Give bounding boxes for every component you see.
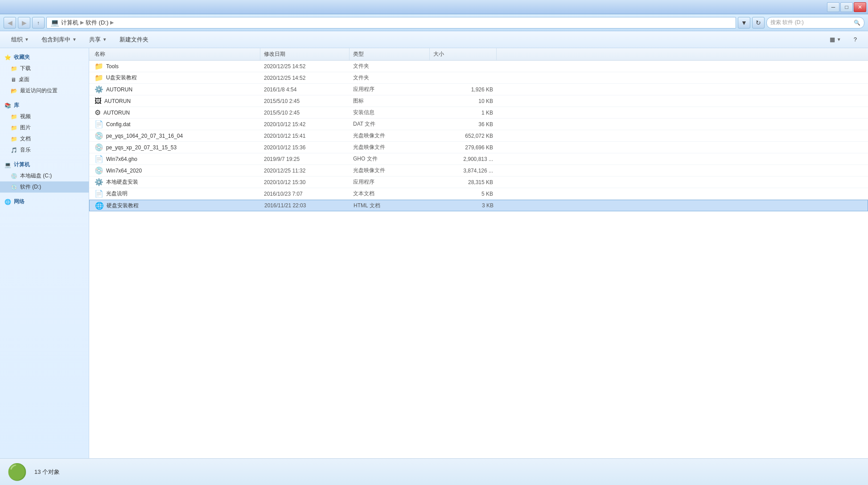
maximize-button[interactable]: □ xyxy=(840,2,853,12)
table-row[interactable]: 📄 光盘说明 2016/10/23 7:07 文本文档 5 KB xyxy=(89,188,868,200)
col-header-name[interactable]: 名称 xyxy=(91,48,260,60)
sidebar-item-music[interactable]: 🎵 音乐 xyxy=(0,144,89,156)
sidebar-header-computer[interactable]: 💻 计算机 xyxy=(0,159,89,170)
file-name: Config.dat xyxy=(106,121,131,127)
video-label: 视频 xyxy=(20,113,31,120)
sidebar-section-network: 🌐 网络 xyxy=(0,196,89,207)
sidebar-header-network[interactable]: 🌐 网络 xyxy=(0,196,89,207)
table-row[interactable]: 🌐 硬盘安装教程 2016/11/21 22:03 HTML 文档 3 KB xyxy=(89,200,868,211)
file-name-cell: ⚙️ 本地硬盘安装 xyxy=(91,178,260,186)
close-button[interactable]: ✕ xyxy=(854,2,866,12)
pictures-label: 图片 xyxy=(20,124,31,132)
forward-button[interactable]: ▶ xyxy=(18,17,30,29)
file-name-cell: 📁 Tools xyxy=(91,62,260,70)
file-size-cell: 652,072 KB xyxy=(430,133,497,139)
file-icon: 📁 xyxy=(95,62,103,70)
file-name: AUTORUN xyxy=(106,86,132,93)
statusbar: 🟢 13 个对象 xyxy=(0,458,868,485)
help-button[interactable]: ? xyxy=(848,33,863,46)
dropdown-button[interactable]: ▼ xyxy=(738,17,750,29)
file-type-cell: GHO 文件 xyxy=(350,155,430,163)
file-name-cell: 📄 Win7x64.gho xyxy=(91,155,260,163)
sidebar-header-favorites[interactable]: ⭐ 收藏夹 xyxy=(0,52,89,63)
file-size-cell: 10 KB xyxy=(430,98,497,104)
sidebar-item-desktop[interactable]: 🖥 桌面 xyxy=(0,74,89,85)
file-name-cell: 📄 Config.dat xyxy=(91,120,260,128)
toolbar: 组织 ▼ 包含到库中 ▼ 共享 ▼ 新建文件夹 ▦ ▼ ? xyxy=(0,31,868,48)
sidebar-item-pictures[interactable]: 📁 图片 xyxy=(0,122,89,133)
file-name: Tools xyxy=(106,63,119,70)
include-library-button[interactable]: 包含到库中 ▼ xyxy=(36,33,82,46)
up-button[interactable]: ↑ xyxy=(32,17,45,29)
col-header-type[interactable]: 类型 xyxy=(350,48,430,60)
include-library-label: 包含到库中 xyxy=(41,36,70,44)
file-date-cell: 2019/9/7 19:25 xyxy=(260,156,350,162)
sidebar-item-local-d[interactable]: 💿 软件 (D:) xyxy=(0,181,89,193)
breadcrumb-drive: 软件 (D:) xyxy=(86,19,108,27)
table-row[interactable]: ⚙ AUTORUN 2015/5/10 2:45 安装信息 1 KB xyxy=(89,107,868,119)
file-type-cell: 安装信息 xyxy=(350,109,430,116)
table-row[interactable]: 📁 U盘安装教程 2020/12/25 14:52 文件夹 xyxy=(89,72,868,84)
table-row[interactable]: 💿 Win7x64_2020 2020/12/25 11:32 光盘映像文件 3… xyxy=(89,165,868,177)
file-name-cell: 💿 pe_yqs_xp_20_07_31_15_53 xyxy=(91,143,260,152)
file-name: 本地硬盘安装 xyxy=(106,178,138,186)
sidebar-item-downloads[interactable]: 📁 下载 xyxy=(0,63,89,74)
file-date-cell: 2020/12/25 11:32 xyxy=(260,168,350,174)
minimize-button[interactable]: ─ xyxy=(827,2,839,12)
star-icon: ⭐ xyxy=(4,54,11,61)
new-folder-button[interactable]: 新建文件夹 xyxy=(114,33,154,46)
file-size-cell: 5 KB xyxy=(430,191,497,197)
file-icon: 💿 xyxy=(95,132,103,140)
new-folder-label: 新建文件夹 xyxy=(119,36,148,44)
file-size-cell: 2,900,813 ... xyxy=(430,156,497,162)
table-row[interactable]: 💿 pe_yqs_1064_20_07_31_16_04 2020/10/12 … xyxy=(89,130,868,142)
file-date-cell: 2020/10/12 15:36 xyxy=(260,144,350,151)
sidebar-header-library[interactable]: 📚 库 xyxy=(0,100,89,111)
file-name: AUTORUN xyxy=(103,110,130,116)
share-label: 共享 xyxy=(89,36,101,44)
address-breadcrumb[interactable]: 💻 计算机 ▶ 软件 (D:) ▶ xyxy=(46,17,736,29)
file-date-cell: 2016/1/8 4:54 xyxy=(260,86,350,93)
table-row[interactable]: 🖼 AUTORUN 2015/5/10 2:45 图标 10 KB xyxy=(89,95,868,107)
table-row[interactable]: ⚙️ AUTORUN 2016/1/8 4:54 应用程序 1,926 KB xyxy=(89,84,868,95)
file-name: 光盘说明 xyxy=(106,190,128,197)
sidebar-item-docs[interactable]: 📁 文档 xyxy=(0,133,89,144)
refresh-button[interactable]: ↻ xyxy=(752,17,765,29)
share-button[interactable]: 共享 ▼ xyxy=(83,33,113,46)
downloads-label: 下载 xyxy=(20,65,31,72)
table-row[interactable]: 📄 Win7x64.gho 2019/9/7 19:25 GHO 文件 2,90… xyxy=(89,153,868,165)
table-row[interactable]: 📄 Config.dat 2020/10/12 15:42 DAT 文件 36 … xyxy=(89,119,868,130)
file-date-cell: 2020/12/25 14:52 xyxy=(260,75,350,81)
col-header-size[interactable]: 大小 xyxy=(430,48,497,60)
sidebar-item-local-c[interactable]: 💿 本地磁盘 (C:) xyxy=(0,170,89,181)
recent-folder-icon: 📂 xyxy=(11,88,17,94)
desktop-label: 桌面 xyxy=(19,76,29,83)
file-type-cell: 光盘映像文件 xyxy=(350,144,430,151)
address-right: ▼ ↻ xyxy=(738,17,765,29)
file-name-cell: 💿 Win7x64_2020 xyxy=(91,166,260,175)
file-name-cell: ⚙️ AUTORUN xyxy=(91,85,260,94)
search-placeholder: 搜索 软件 (D:) xyxy=(770,19,804,26)
file-date-cell: 2020/10/12 15:41 xyxy=(260,133,350,139)
pictures-icon: 📁 xyxy=(11,125,17,131)
back-button[interactable]: ◀ xyxy=(4,17,16,29)
search-box[interactable]: 搜索 软件 (D:) 🔍 xyxy=(766,17,864,29)
library-icon: 📚 xyxy=(4,103,11,109)
sidebar-section-library: 📚 库 📁 视频 📁 图片 📁 文档 🎵 音乐 xyxy=(0,100,89,156)
search-icon: 🔍 xyxy=(854,20,860,26)
col-header-date[interactable]: 修改日期 xyxy=(260,48,350,60)
sidebar-item-video[interactable]: 📁 视频 xyxy=(0,111,89,122)
file-size-cell: 1 KB xyxy=(430,110,497,116)
sidebar-item-recent[interactable]: 📂 最近访问的位置 xyxy=(0,85,89,96)
file-size-cell: 279,696 KB xyxy=(430,144,497,151)
status-count: 13 个对象 xyxy=(34,468,60,476)
docs-label: 文档 xyxy=(20,135,31,143)
file-date-cell: 2020/10/12 15:42 xyxy=(260,121,350,127)
organize-button[interactable]: 组织 ▼ xyxy=(5,33,35,46)
table-row[interactable]: 📁 Tools 2020/12/25 14:52 文件夹 xyxy=(89,61,868,72)
table-row[interactable]: 💿 pe_yqs_xp_20_07_31_15_53 2020/10/12 15… xyxy=(89,142,868,153)
file-name: Win7x64.gho xyxy=(106,156,137,162)
video-icon: 📁 xyxy=(11,114,17,120)
table-row[interactable]: ⚙️ 本地硬盘安装 2020/10/12 15:30 应用程序 28,315 K… xyxy=(89,177,868,188)
view-button[interactable]: ▦ ▼ xyxy=(824,33,847,46)
